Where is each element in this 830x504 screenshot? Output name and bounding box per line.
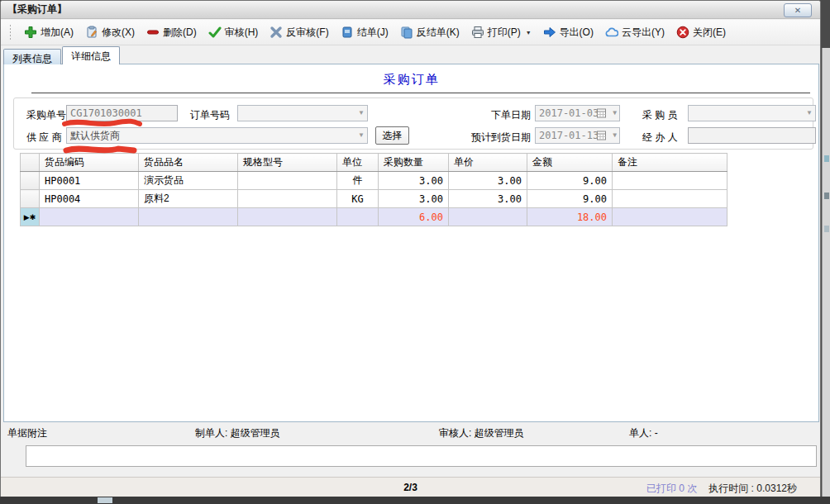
window-close-button[interactable]: ✕ xyxy=(784,3,812,17)
background-window-sliver xyxy=(822,48,830,497)
minus-icon xyxy=(146,26,160,39)
cell-spec[interactable] xyxy=(238,172,337,190)
toolbar: 增加(A) 修改(X) 删除(D) 审核(H) 反审核(F) 结单(J) 反结单… xyxy=(1,20,820,45)
maker-label: 制单人: 超级管理员 xyxy=(195,426,280,440)
cell-code[interactable]: HP0004 xyxy=(40,190,139,208)
table-header-row: 货品编码 货品品名 规格型号 单位 采购数量 单价 金额 备注 xyxy=(21,154,727,172)
document-note-input[interactable] xyxy=(26,445,817,467)
app-window: 【采购订单】 ✕ 增加(A) 修改(X) 删除(D) 审核(H) 反审核(F) xyxy=(0,0,821,497)
cell-note[interactable] xyxy=(613,190,727,208)
close-icon: ✕ xyxy=(794,7,801,15)
select-supplier-button[interactable]: 选择 xyxy=(375,126,409,145)
export-button[interactable]: 导出(O) xyxy=(537,23,599,42)
summary-row[interactable]: ▶✱ 6.00 18.00 xyxy=(21,208,727,226)
note-label: 单据附注 xyxy=(7,426,47,440)
buyer-combobox[interactable]: ▼ xyxy=(688,105,816,121)
desktop-background xyxy=(0,497,830,504)
col-header-note[interactable]: 备注 xyxy=(613,154,727,172)
col-header-code[interactable]: 货品编码 xyxy=(40,154,139,172)
col-header-amount[interactable]: 金额 xyxy=(527,154,613,172)
new-row-indicator-icon: ▶✱ xyxy=(21,208,40,226)
col-header-unit[interactable]: 单位 xyxy=(337,154,379,172)
cell-amount[interactable]: 9.00 xyxy=(527,172,613,190)
cell-unit[interactable]: 件 xyxy=(337,172,379,190)
modify-button[interactable]: 修改(X) xyxy=(79,23,141,42)
chevron-down-icon[interactable]: ▼ xyxy=(613,131,617,139)
cell-unit[interactable]: KG xyxy=(337,190,379,208)
title-bar: 【采购订单】 ✕ xyxy=(1,1,820,19)
order-no-combobox[interactable]: ▼ xyxy=(237,105,368,121)
cell-note[interactable] xyxy=(613,172,727,190)
col-header-spec[interactable]: 规格型号 xyxy=(238,154,337,172)
tab-list-info[interactable]: 列表信息 xyxy=(3,49,61,64)
po-no-label: 采购单号 xyxy=(26,108,66,122)
edit-icon xyxy=(85,26,98,39)
order-date-picker[interactable]: 2017-01-03 ▼ xyxy=(535,105,620,121)
close-window-button[interactable]: 关闭(E) xyxy=(670,23,732,42)
delete-button[interactable]: 删除(D) xyxy=(141,23,203,42)
col-header-price[interactable]: 单价 xyxy=(449,154,527,172)
unclose-bill-button[interactable]: 反结单(K) xyxy=(394,23,465,42)
cell-qty[interactable]: 3.00 xyxy=(379,190,449,208)
chevron-down-icon[interactable]: ▼ xyxy=(358,131,365,139)
taskbar-fragment xyxy=(98,497,112,503)
row-indicator-header xyxy=(21,154,40,172)
sum-qty: 6.00 xyxy=(379,208,449,226)
expect-date-picker[interactable]: 2017-01-13 ▼ xyxy=(535,127,620,144)
cell-price[interactable]: 3.00 xyxy=(449,172,527,190)
cell-spec[interactable] xyxy=(238,190,337,208)
items-table: 货品编码 货品品名 规格型号 单位 采购数量 单价 金额 备注 HP0001 演… xyxy=(20,153,727,226)
chevron-down-icon[interactable]: ▼ xyxy=(613,109,617,116)
print-dropdown-caret-icon[interactable]: ▼ xyxy=(526,30,532,36)
title-divider xyxy=(31,93,810,93)
check-icon xyxy=(208,26,222,39)
documents-icon xyxy=(400,26,413,39)
page-title: 采购订单 xyxy=(4,72,818,88)
table-row[interactable]: HP0001 演示货品 件 3.00 3.00 9.00 xyxy=(21,172,727,190)
unaudit-button[interactable]: 反审核(F) xyxy=(264,23,334,42)
cell-name[interactable]: 演示货品 xyxy=(139,172,238,190)
chevron-down-icon[interactable]: ▼ xyxy=(358,109,365,116)
handler-label: 经 办 人 xyxy=(642,131,678,145)
closer-label: 单人: - xyxy=(629,426,658,440)
handler-field[interactable] xyxy=(688,127,816,144)
col-header-name[interactable]: 货品品名 xyxy=(139,154,238,172)
close-circle-icon xyxy=(676,26,689,39)
printed-count: 已打印 0 次 xyxy=(646,482,697,496)
window-title: 【采购订单】 xyxy=(7,2,67,17)
order-no-label: 订单号码 xyxy=(190,108,230,122)
calendar-icon xyxy=(597,131,606,143)
cell-name[interactable]: 原料2 xyxy=(139,190,238,208)
cloud-icon xyxy=(605,26,618,39)
add-button[interactable]: 增加(A) xyxy=(18,23,79,42)
document-icon xyxy=(341,26,354,39)
print-button[interactable]: 打印(P) ▼ xyxy=(465,23,537,42)
detail-page: 采购订单 采购单号 CG1701030001 订单号码 ▼ 下单日期 2017-… xyxy=(3,64,819,422)
tab-detail-info[interactable]: 详细信息 xyxy=(62,46,120,64)
close-bill-button[interactable]: 结单(J) xyxy=(335,23,394,42)
printer-icon xyxy=(471,26,484,39)
col-header-qty[interactable]: 采购数量 xyxy=(379,154,449,172)
arrow-right-icon xyxy=(543,26,556,39)
calendar-icon xyxy=(597,108,606,121)
sum-amount: 18.00 xyxy=(527,208,613,226)
cross-icon xyxy=(270,26,283,39)
cell-code[interactable]: HP0001 xyxy=(40,172,139,190)
cell-amount[interactable]: 9.00 xyxy=(527,190,613,208)
chevron-down-icon[interactable]: ▼ xyxy=(806,109,813,116)
supplier-label: 供 应 商 xyxy=(26,131,62,145)
supplier-combobox[interactable]: 默认供货商 ▼ xyxy=(66,127,368,144)
status-bar: 2/3 已打印 0 次 执行时间 : 0.0312秒 xyxy=(1,477,820,497)
cloud-export-button[interactable]: 云导出(Y) xyxy=(599,23,670,42)
cell-price[interactable]: 3.00 xyxy=(449,190,527,208)
buyer-label: 采 购 员 xyxy=(642,108,678,122)
audit-button[interactable]: 审核(H) xyxy=(203,23,265,42)
footer-info: 单据附注 制单人: 超级管理员 审核人: 超级管理员 单人: - xyxy=(1,425,820,440)
table-row[interactable]: HP0004 原料2 KG 3.00 3.00 9.00 xyxy=(21,190,727,208)
expect-date-label: 预计到货日期 xyxy=(448,131,531,145)
order-date-label: 下单日期 xyxy=(448,108,531,122)
auditor-label: 审核人: 超级管理员 xyxy=(439,426,524,440)
po-no-field[interactable]: CG1701030001 xyxy=(66,105,178,121)
exec-time: 执行时间 : 0.0312秒 xyxy=(708,482,797,496)
cell-qty[interactable]: 3.00 xyxy=(379,172,449,190)
